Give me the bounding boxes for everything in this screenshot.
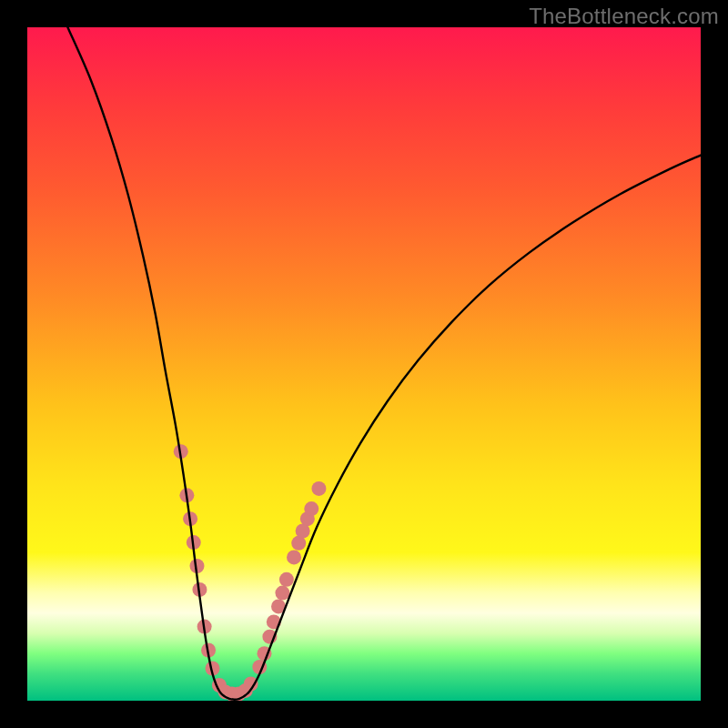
chart-svg [27,27,701,701]
marker-dot [311,481,326,496]
marker-dot [304,501,318,516]
plot-area [27,27,701,701]
marker-dot [279,572,294,587]
curve-path [67,27,701,700]
marker-dot [287,550,301,564]
chart-frame: TheBottleneck.com [0,0,728,728]
marker-dot [275,586,289,601]
watermark-label: TheBottleneck.com [529,4,719,29]
